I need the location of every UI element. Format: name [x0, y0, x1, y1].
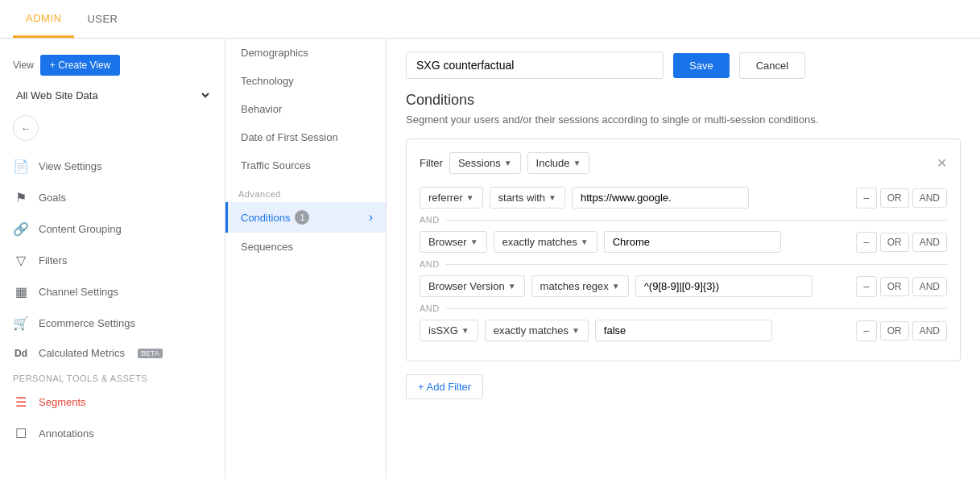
- operator-caret-1-icon: ▼: [548, 193, 556, 202]
- view-select[interactable]: All Web Site Data: [13, 89, 212, 102]
- advanced-section-label: Advanced: [225, 180, 386, 202]
- and-separator-2: AND: [420, 259, 947, 269]
- sidebar-item-label: Segments: [39, 396, 86, 408]
- add-filter-button[interactable]: + Add Filter: [406, 374, 483, 399]
- condition-row-4: isSXG ▼ exactly matches ▼ − OR AND: [420, 320, 947, 341]
- view-section: View + Create View: [0, 48, 225, 85]
- conditions-badge: 1: [295, 210, 309, 225]
- sidebar-item-label: Goals: [39, 192, 66, 204]
- view-settings-icon: 📄: [13, 159, 29, 174]
- or-button-1[interactable]: OR: [880, 188, 909, 208]
- include-dropdown[interactable]: Include ▼: [527, 152, 590, 174]
- create-view-button[interactable]: + Create View: [40, 55, 121, 76]
- ecommerce-settings-icon: 🛒: [13, 316, 29, 331]
- conditions-title: Conditions: [406, 92, 961, 109]
- sidebar-item-label: Channel Settings: [39, 286, 118, 298]
- mid-nav-demographics[interactable]: Demographics: [225, 39, 386, 67]
- sidebar-item-label: Ecommerce Settings: [39, 317, 135, 329]
- conditions-label: Conditions: [241, 212, 290, 224]
- operator-dropdown-2[interactable]: exactly matches ▼: [494, 231, 598, 253]
- sidebar-item-content-grouping[interactable]: 🔗 Content Grouping: [0, 213, 225, 245]
- sessions-dropdown[interactable]: Sessions ▼: [449, 152, 521, 174]
- mid-nav-technology[interactable]: Technology: [225, 67, 386, 95]
- minus-button-1[interactable]: −: [856, 188, 877, 209]
- operator-label-2: exactly matches: [502, 236, 577, 248]
- tab-admin[interactable]: ADMIN: [13, 1, 74, 38]
- or-button-3[interactable]: OR: [880, 277, 909, 296]
- sidebar-item-label: Content Grouping: [39, 223, 122, 235]
- field-label-4: isSXG: [428, 324, 458, 337]
- and-button-2[interactable]: AND: [912, 233, 947, 252]
- minus-button-4[interactable]: −: [856, 320, 877, 341]
- or-button-4[interactable]: OR: [880, 321, 909, 341]
- field-dropdown-3[interactable]: Browser Version ▼: [420, 275, 525, 297]
- mid-nav-date-of-first-session[interactable]: Date of First Session: [225, 123, 386, 151]
- mid-nav-behavior[interactable]: Behavior: [225, 95, 386, 123]
- view-select-row: All Web Site Data: [0, 85, 225, 112]
- sidebar-item-calculated-metrics[interactable]: Dd Calculated Metrics BETA: [0, 339, 225, 367]
- field-dropdown-1[interactable]: referrer ▼: [420, 187, 483, 209]
- main-panel: Save Cancel Conditions Segment your user…: [387, 39, 980, 479]
- calculated-metrics-icon: Dd: [13, 348, 29, 359]
- sidebar-item-segments[interactable]: ☰ Segments: [0, 386, 225, 418]
- operator-caret-2-icon: ▼: [581, 237, 589, 246]
- back-button[interactable]: ←: [13, 115, 39, 141]
- middle-panel: Demographics Technology Behavior Date of…: [225, 39, 387, 479]
- sidebar-item-ecommerce-settings[interactable]: 🛒 Ecommerce Settings: [0, 308, 225, 339]
- minus-button-2[interactable]: −: [856, 232, 877, 253]
- save-button[interactable]: Save: [673, 53, 730, 78]
- sidebar-item-channel-settings[interactable]: ▦ Channel Settings: [0, 276, 225, 308]
- op-btns-2: − OR AND: [856, 232, 947, 253]
- field-caret-2-icon: ▼: [470, 237, 478, 246]
- mid-nav-conditions[interactable]: Conditions 1 ›: [225, 202, 386, 233]
- channel-settings-icon: ▦: [13, 284, 29, 299]
- and-button-1[interactable]: AND: [912, 188, 947, 208]
- goals-icon: ⚑: [13, 190, 29, 205]
- tab-user[interactable]: USER: [74, 2, 130, 36]
- and-button-3[interactable]: AND: [912, 277, 947, 296]
- operator-dropdown-4[interactable]: exactly matches ▼: [485, 320, 589, 341]
- condition-row-2: Browser ▼ exactly matches ▼ − OR AND: [420, 231, 947, 253]
- sidebar-item-view-settings[interactable]: 📄 View Settings: [0, 151, 225, 182]
- include-caret-icon: ▼: [573, 159, 581, 167]
- segments-icon: ☰: [13, 394, 29, 410]
- sidebar-item-annotations[interactable]: ☐ Annotations: [0, 418, 225, 449]
- left-sidebar: View + Create View All Web Site Data ← 📄…: [0, 39, 225, 479]
- field-label-2: Browser: [428, 236, 467, 248]
- operator-label-1: starts with: [498, 192, 546, 204]
- arrow-right-icon: ›: [369, 210, 373, 225]
- value-input-4[interactable]: [595, 320, 772, 341]
- and-button-4[interactable]: AND: [912, 321, 947, 341]
- conditions-description: Segment your users and/or their sessions…: [406, 114, 961, 126]
- view-label: View: [13, 60, 34, 71]
- filter-close-icon[interactable]: ✕: [937, 155, 947, 171]
- field-dropdown-2[interactable]: Browser ▼: [420, 231, 487, 253]
- sidebar-item-filters[interactable]: ▽ Filters: [0, 245, 225, 276]
- field-caret-3-icon: ▼: [508, 282, 516, 291]
- field-dropdown-4[interactable]: isSXG ▼: [420, 320, 478, 341]
- sidebar-item-goals[interactable]: ⚑ Goals: [0, 182, 225, 213]
- main-layout: View + Create View All Web Site Data ← 📄…: [0, 39, 980, 479]
- operator-caret-4-icon: ▼: [572, 326, 580, 335]
- mid-nav-sequences[interactable]: Sequences: [225, 233, 386, 261]
- cancel-button[interactable]: Cancel: [739, 52, 805, 79]
- content-grouping-icon: 🔗: [13, 221, 29, 237]
- sidebar-item-label: Annotations: [39, 427, 94, 440]
- value-input-1[interactable]: [572, 187, 749, 209]
- op-btns-3: − OR AND: [856, 276, 947, 297]
- filter-box: Filter Sessions ▼ Include ▼ ✕ referrer: [406, 138, 961, 361]
- segment-name-input[interactable]: [406, 52, 664, 79]
- value-input-3[interactable]: [635, 275, 813, 297]
- value-input-2[interactable]: [604, 231, 781, 253]
- or-button-2[interactable]: OR: [880, 233, 909, 252]
- operator-dropdown-3[interactable]: matches regex ▼: [531, 275, 629, 297]
- field-caret-4-icon: ▼: [461, 326, 469, 335]
- sidebar-item-label: Calculated Metrics: [39, 347, 125, 359]
- mid-nav-traffic-sources[interactable]: Traffic Sources: [225, 151, 386, 180]
- operator-dropdown-1[interactable]: starts with ▼: [490, 187, 565, 209]
- operator-label-3: matches regex: [540, 280, 609, 292]
- minus-button-3[interactable]: −: [856, 276, 877, 297]
- field-label-3: Browser Version: [428, 280, 505, 292]
- op-btns-1: − OR AND: [856, 188, 947, 209]
- and-separator-1: AND: [420, 215, 947, 225]
